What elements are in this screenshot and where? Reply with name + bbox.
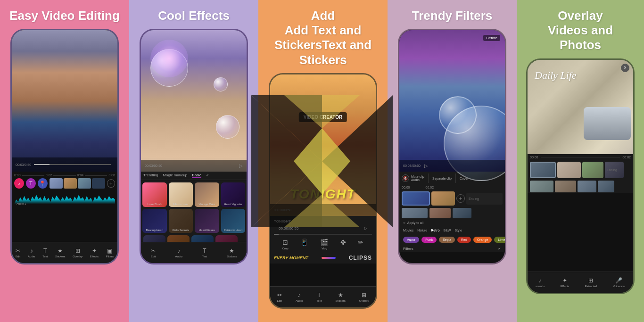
p4-add-clip[interactable]: +	[456, 194, 465, 203]
p2-nav-audio[interactable]: ♪ Audio	[175, 248, 182, 258]
tab-retro[interactable]: Retro	[431, 229, 439, 232]
add-clip-btn[interactable]: +	[107, 179, 115, 188]
p2-nav-text[interactable]: T Text	[202, 248, 207, 258]
nav-edit-label: Edit	[16, 255, 20, 258]
color-slider[interactable]	[322, 257, 336, 259]
tab-trending[interactable]: Trending	[143, 173, 158, 178]
p3-main-photo: VIDEO CREATOR TONIGHT 00:03/00:50	[270, 74, 376, 216]
tab-nature[interactable]: Nature	[417, 229, 427, 232]
thumb-4	[92, 178, 105, 189]
tab-basic[interactable]: Basic	[192, 173, 201, 178]
p5-sub-clip-4[interactable]	[598, 181, 614, 192]
p5-thumb-3[interactable]	[582, 162, 603, 178]
p2-person-bg	[141, 30, 247, 172]
music-icon[interactable]: ♪	[14, 178, 24, 189]
p4-small-clip-1[interactable]	[402, 208, 428, 218]
audio-waveform: Audio 1	[14, 190, 115, 206]
p2-nav-stickers[interactable]: ★ Stickers	[227, 248, 237, 258]
p3-every-moment: EVERY MOMENT	[274, 256, 308, 260]
marker-icon[interactable]: 📍	[38, 178, 48, 189]
p5-cover-thumb[interactable]	[530, 162, 556, 178]
sounds-label: sounds	[536, 285, 545, 288]
p3-icon-crop[interactable]: ⊡ Crop	[282, 239, 289, 250]
p4-time-marker-1: 00:00	[402, 186, 410, 189]
p3-nav-stickers[interactable]: ★ Stickers	[335, 292, 345, 302]
p3-icon-pen[interactable]: ✏	[358, 239, 363, 250]
p4-time-marker-2: 00:02	[426, 186, 434, 189]
extracted-label: Extracted	[585, 285, 597, 288]
tab-magic[interactable]: Magic makeup	[163, 173, 187, 178]
tab-bw[interactable]: B&W	[443, 229, 451, 232]
p2-play-btn[interactable]: ▷	[239, 163, 243, 168]
filter-punk[interactable]: Punk	[421, 237, 437, 243]
p4-small-clip-2[interactable]	[429, 208, 451, 218]
p5-sub-clip-2[interactable]	[555, 181, 576, 192]
p5-nav-extracted[interactable]: ⊞ Extracted	[585, 277, 597, 288]
effect-vintage-cute[interactable]: Vintage Cute	[195, 182, 219, 207]
nav-filters[interactable]: ▣ Filters	[106, 248, 114, 258]
effect-beating-heart[interactable]: Beating Heart	[142, 209, 167, 233]
p3-nav-text[interactable]: T Text	[316, 292, 322, 302]
close-overlay-btn[interactable]: ×	[621, 64, 629, 72]
p5-sub-clip-1[interactable]	[530, 181, 553, 192]
phone-screen-1: 00:03/0:50 0:00 0:02 0:04 0:06 ♪	[12, 30, 117, 263]
p4-small-clip-3[interactable]	[453, 208, 471, 218]
effect-love-label: Love Blush	[148, 203, 162, 206]
nav-text[interactable]: T Text	[42, 248, 48, 258]
edit-icon: ✂	[16, 248, 20, 254]
p4-clip-2[interactable]	[431, 191, 455, 206]
p2-nav-edit[interactable]: ✂ Edit	[151, 248, 156, 258]
p1-bottom-nav: ✂ Edit ♪ Audio T Text ★ Stickers ⊞ Ove	[12, 242, 117, 263]
p2-time: 00:03/00:50	[145, 164, 162, 167]
p5-nav-sounds[interactable]: ♪ sounds	[536, 277, 545, 288]
filter-lime[interactable]: Lime	[494, 237, 505, 243]
p3-nav-edit[interactable]: ✂ Edit	[277, 292, 282, 302]
tab-style[interactable]: Style	[454, 229, 462, 232]
p4-apply-icon: ○	[403, 221, 405, 225]
phone-screen-4: Before 00:03/00:50 ▷ 🔇 Mute clipAudio Se…	[399, 30, 505, 263]
panel-2-title: Cool Effects	[149, 0, 239, 29]
p5-nav-voiceover[interactable]: 🎤 Voiceover	[613, 277, 625, 288]
effect-love-blush[interactable]: Love Blush	[142, 182, 167, 207]
nav-overlay-label: Overlay	[73, 255, 83, 258]
filter-sepia[interactable]: Sepia	[439, 237, 455, 243]
filters-check[interactable]: ✓	[498, 247, 501, 251]
p5-thumb-2[interactable]	[557, 162, 581, 178]
filter-orange[interactable]: Orange	[473, 237, 492, 243]
phone-icon: 📱	[300, 239, 308, 246]
nav-audio[interactable]: ♪ Audio	[28, 248, 35, 258]
p3-icon-vlog[interactable]: 🎬 Vlog	[320, 239, 328, 250]
p4-mute-btn[interactable]: 🔇	[402, 174, 409, 182]
p3-icon-share[interactable]: ✤	[340, 239, 346, 250]
nav-stickers[interactable]: ★ Stickers	[55, 248, 65, 258]
p3-nav-audio[interactable]: ♪ Audio	[296, 292, 303, 302]
effect-heart-kisses[interactable]: Heart Kisses	[195, 209, 219, 233]
p3-icon-phone[interactable]: 📱	[300, 239, 308, 250]
text-icon[interactable]: T	[26, 178, 36, 189]
effect-album-cover[interactable]: Album cover	[169, 182, 193, 207]
nav-effects[interactable]: ✦ Effects	[90, 248, 99, 258]
filter-red[interactable]: Red	[457, 237, 471, 243]
daily-life-text: Daily Life	[535, 69, 577, 82]
p4-clip-1[interactable]	[402, 191, 430, 206]
filter-vapor[interactable]: Vapor	[403, 237, 419, 243]
p5-effects-label: Effects	[561, 285, 569, 288]
phone-frame-4: Before 00:03/00:50 ▷ 🔇 Mute clipAudio Se…	[398, 29, 506, 264]
p3-nav-overlay[interactable]: ⊞ Overlay	[359, 292, 369, 302]
p5-sub-clip-3[interactable]	[578, 181, 596, 192]
effect-heart-vignette[interactable]: Heart Vignette	[221, 182, 246, 207]
p5-ending-thumb[interactable]: Ending	[605, 162, 624, 178]
nav-edit[interactable]: ✂ Edit	[16, 248, 20, 258]
p5-nav-effects[interactable]: ✦ Effects	[561, 277, 569, 288]
tab-check[interactable]: ✓	[206, 173, 209, 178]
effect-kisses-label: Heart Kisses	[199, 229, 215, 231]
tab-movies[interactable]: Movies	[403, 229, 413, 232]
effect-girls-secrets[interactable]: Girl's Secrets	[169, 209, 193, 233]
p4-ending-clip[interactable]: Ending	[466, 193, 503, 205]
share-icon: ✤	[340, 239, 346, 246]
p4-play[interactable]: ▷	[424, 163, 428, 168]
audio-label: Audio 1	[17, 202, 26, 205]
effect-rainbow-heart[interactable]: Rainbow Heart	[221, 209, 246, 233]
p3-play-btn[interactable]: ▷	[364, 226, 367, 231]
nav-overlay[interactable]: ⊞ Overlay	[73, 248, 83, 258]
